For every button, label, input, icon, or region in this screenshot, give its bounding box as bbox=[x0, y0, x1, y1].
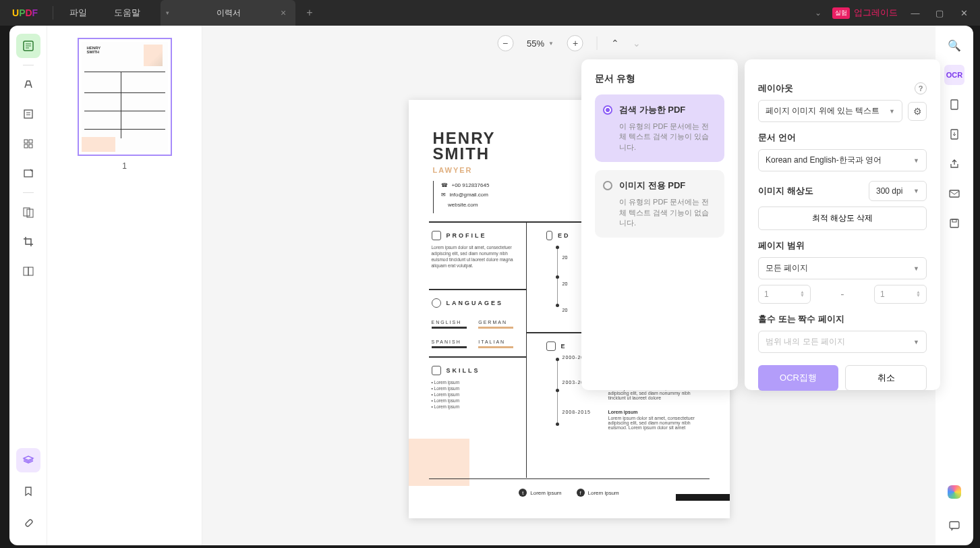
page-range-select[interactable]: 모든 페이지▼ bbox=[758, 257, 927, 279]
export-icon[interactable] bbox=[944, 124, 964, 144]
facebook-icon: f bbox=[577, 489, 585, 497]
new-tab-button[interactable]: + bbox=[295, 7, 323, 19]
svg-rect-18 bbox=[950, 190, 959, 197]
app-logo: UPDF bbox=[0, 7, 50, 18]
svg-rect-9 bbox=[24, 144, 28, 148]
form-tool[interactable] bbox=[16, 161, 40, 186]
radio-icon bbox=[603, 181, 612, 190]
thumbnail-panel: HENRYSMITH 1 bbox=[47, 26, 202, 545]
canvas-toolbar: − 55%▼ + ⌃ ⌄ bbox=[497, 35, 641, 51]
main-area: HENRYSMITH 1 − 55%▼ + ⌃ ⌄ bbox=[9, 26, 973, 545]
close-button[interactable]: ✕ bbox=[957, 8, 971, 18]
right-toolbar: 🔍 OCR bbox=[935, 26, 973, 545]
zoom-out-button[interactable]: − bbox=[497, 35, 513, 51]
parity-select[interactable]: 범위 내의 모든 페이지▼ bbox=[758, 331, 927, 353]
page-thumbnail[interactable]: HENRYSMITH bbox=[78, 38, 172, 156]
page-down-icon[interactable]: ⌄ bbox=[633, 38, 641, 49]
file-icon[interactable] bbox=[944, 94, 964, 115]
layers-button[interactable] bbox=[16, 448, 40, 472]
highlight-tool[interactable] bbox=[16, 72, 40, 97]
image-only-pdf-option[interactable]: 이미지 전용 PDF 이 유형의 PDF 문서에는 전체 텍스트 검색 기능이 … bbox=[595, 170, 724, 238]
thumbnail-page-number: 1 bbox=[122, 161, 127, 171]
svg-rect-21 bbox=[950, 522, 959, 528]
svg-rect-8 bbox=[29, 140, 32, 143]
bookmark-button[interactable] bbox=[16, 479, 40, 503]
tab-title: 이력서 bbox=[177, 7, 281, 19]
comment-icon[interactable] bbox=[944, 516, 964, 536]
menu-help[interactable]: 도움말 bbox=[100, 7, 154, 19]
organize-tool[interactable] bbox=[16, 132, 40, 156]
upgrade-badge: 실험 bbox=[832, 7, 850, 19]
resume-name: HENRYSMITH bbox=[433, 131, 496, 162]
titlebar: UPDF 파일 도움말 ▾ 이력서 × + ⌄ 실험 업그레이드 — ▢ ✕ bbox=[0, 0, 980, 26]
ocr-settings-panel: 레이아웃? 페이지 이미지 위에 있는 텍스트▼ ⚙ 문서 언어 Korean … bbox=[745, 59, 940, 390]
profile-heading: PROFILE bbox=[432, 231, 519, 240]
language-heading: 문서 언어 bbox=[758, 132, 796, 144]
tab-close-icon[interactable]: × bbox=[281, 7, 286, 18]
svg-rect-19 bbox=[950, 219, 958, 227]
reset-resolution-button[interactable]: 최적 해상도 삭제 bbox=[758, 207, 927, 230]
skills-heading: SKILLS bbox=[432, 366, 519, 375]
caret-down-icon: ▼ bbox=[548, 40, 554, 47]
left-toolbar bbox=[9, 26, 47, 545]
document-tab[interactable]: ▾ 이력서 × bbox=[161, 0, 295, 26]
radio-icon bbox=[603, 105, 612, 115]
experience-heading: E bbox=[546, 341, 571, 351]
twitter-icon: t bbox=[519, 489, 527, 497]
svg-rect-11 bbox=[24, 170, 32, 177]
ocr-tool[interactable]: OCR bbox=[944, 65, 964, 85]
profile-text: Lorem ipsum dolor sit amet, consectetuer… bbox=[432, 244, 519, 269]
gear-icon[interactable]: ⚙ bbox=[908, 102, 927, 121]
svg-rect-10 bbox=[29, 144, 32, 148]
svg-rect-7 bbox=[24, 140, 28, 143]
range-to-input[interactable]: 1▲▼ bbox=[874, 285, 927, 304]
page-range-heading: 페이지 범위 bbox=[758, 240, 805, 252]
attachment-button[interactable] bbox=[16, 510, 40, 535]
redact-tool[interactable] bbox=[16, 200, 40, 224]
parity-heading: 홀수 또는 짝수 페이지 bbox=[758, 313, 844, 325]
zoom-level[interactable]: 55%▼ bbox=[527, 38, 554, 49]
contact-info: ☎+00 912837645 ✉info@gmail.com website.c… bbox=[441, 181, 490, 210]
resolution-select[interactable]: 300 dpi▼ bbox=[869, 181, 927, 201]
layout-heading: 레이아웃 bbox=[758, 82, 793, 94]
help-icon[interactable]: ? bbox=[915, 82, 927, 94]
divider bbox=[53, 6, 53, 20]
upgrade-button[interactable]: 실험 업그레이드 bbox=[832, 7, 898, 19]
mail-icon[interactable] bbox=[944, 184, 964, 204]
education-heading: ED bbox=[546, 231, 571, 240]
doctype-heading: 문서 유형 bbox=[595, 73, 724, 85]
tab-dropdown-icon[interactable]: ▾ bbox=[166, 9, 169, 16]
separator bbox=[23, 192, 34, 193]
languages-heading: LANGUAGES bbox=[432, 298, 523, 308]
maximize-button[interactable]: ▢ bbox=[933, 8, 946, 18]
fit-page-icon[interactable]: ⌃ bbox=[611, 38, 619, 49]
share-icon[interactable] bbox=[944, 154, 964, 174]
layout-select[interactable]: 페이지 이미지 위에 있는 텍스트▼ bbox=[758, 100, 902, 122]
svg-rect-16 bbox=[951, 100, 958, 109]
chevron-down-icon[interactable]: ⌄ bbox=[815, 8, 822, 18]
edit-tool[interactable] bbox=[16, 102, 40, 126]
resume-role: LAWYER bbox=[433, 166, 473, 174]
document-type-panel: 문서 유형 검색 가능한 PDF 이 유형의 PDF 문서에는 전체 텍스트 검… bbox=[581, 59, 738, 390]
separator bbox=[597, 36, 598, 50]
save-icon[interactable] bbox=[944, 213, 964, 234]
range-from-input[interactable]: 1▲▼ bbox=[758, 285, 811, 304]
search-icon[interactable]: 🔍 bbox=[944, 35, 964, 55]
svg-rect-14 bbox=[24, 267, 28, 275]
ai-button[interactable] bbox=[944, 482, 964, 502]
svg-rect-15 bbox=[28, 267, 33, 275]
svg-rect-4 bbox=[24, 110, 32, 118]
run-ocr-button[interactable]: OCR집행 bbox=[758, 365, 838, 391]
upgrade-label: 업그레이드 bbox=[854, 7, 898, 19]
zoom-in-button[interactable]: + bbox=[567, 35, 583, 51]
crop-tool[interactable] bbox=[16, 229, 40, 254]
cancel-button[interactable]: 취소 bbox=[845, 365, 927, 391]
resolution-heading: 이미지 해상도 bbox=[758, 185, 813, 197]
language-select[interactable]: Korean and English-한국과 영어▼ bbox=[758, 149, 927, 171]
reader-tool[interactable] bbox=[16, 34, 40, 58]
minimize-button[interactable]: — bbox=[909, 8, 922, 18]
searchable-pdf-option[interactable]: 검색 가능한 PDF 이 유형의 PDF 문서에는 전체 텍스트 검색 기능이 … bbox=[595, 94, 724, 162]
compare-tool[interactable] bbox=[16, 259, 40, 283]
separator bbox=[23, 65, 34, 65]
menu-file[interactable]: 파일 bbox=[56, 7, 100, 19]
